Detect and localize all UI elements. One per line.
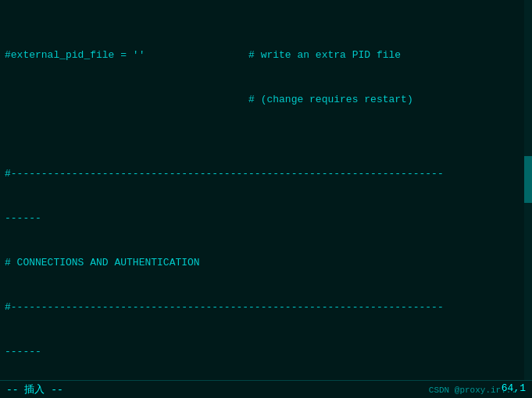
- line-2: # (change requires restart): [0, 92, 532, 108]
- line-6: # CONNECTIONS AND AUTHENTICATION: [0, 255, 532, 271]
- line-8: ------: [0, 344, 532, 360]
- insert-mode-label: -- 插入 --: [6, 382, 63, 396]
- code-content: #external_pid_file = '' # write an extra…: [0, 0, 532, 398]
- line-4: #---------------------------------------…: [0, 166, 532, 182]
- editor: #external_pid_file = '' # write an extra…: [0, 0, 532, 398]
- line-1: #external_pid_file = '' # write an extra…: [0, 48, 532, 63]
- scrollbar-thumb[interactable]: [524, 156, 532, 203]
- scrollbar[interactable]: [524, 0, 532, 382]
- line-5: ------: [0, 211, 532, 226]
- line-7: #---------------------------------------…: [0, 300, 532, 315]
- watermark-text: CSDN @proxy.ir...: [429, 386, 516, 395]
